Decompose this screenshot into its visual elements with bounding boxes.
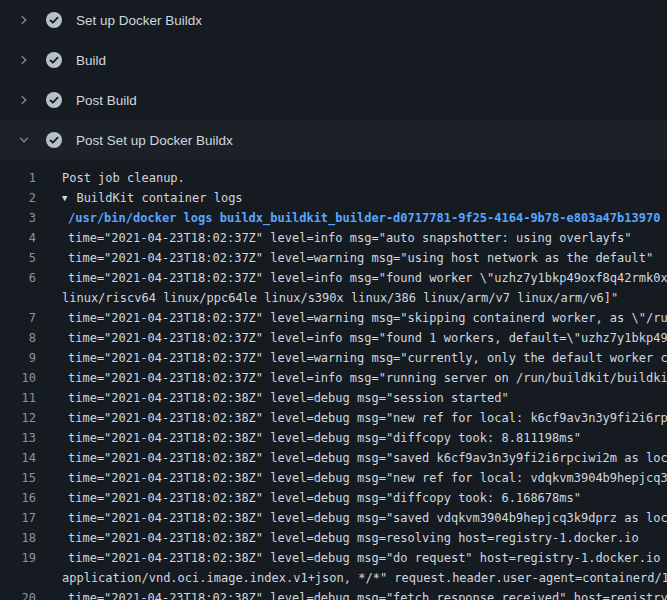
log-text: time="2021-04-23T18:02:38Z" level=debug … bbox=[48, 428, 581, 448]
log-line: 10time="2021-04-23T18:02:37Z" level=info… bbox=[0, 368, 667, 388]
log-line: 16time="2021-04-23T18:02:38Z" level=debu… bbox=[0, 488, 667, 508]
log-group-line[interactable]: 2▼BuildKit container logs bbox=[0, 188, 667, 208]
step-row-post-set-up-docker-buildx[interactable]: Post Set up Docker Buildx bbox=[0, 120, 667, 160]
line-number[interactable]: 5 bbox=[0, 248, 48, 268]
log-text: Post job cleanup. bbox=[48, 168, 185, 188]
log-text: time="2021-04-23T18:02:37Z" level=info m… bbox=[48, 368, 667, 388]
log-line: 19time="2021-04-23T18:02:38Z" level=debu… bbox=[0, 548, 667, 568]
log-text: time="2021-04-23T18:02:38Z" level=debug … bbox=[48, 588, 667, 600]
log-text: time="2021-04-23T18:02:38Z" level=debug … bbox=[48, 528, 639, 548]
log-line: 1Post job cleanup. bbox=[0, 168, 667, 188]
log-line: 12time="2021-04-23T18:02:38Z" level=debu… bbox=[0, 408, 667, 428]
log-line: 5time="2021-04-23T18:02:37Z" level=warni… bbox=[0, 248, 667, 268]
step-row-post-build[interactable]: Post Build bbox=[0, 80, 667, 120]
line-number[interactable]: 4 bbox=[0, 228, 48, 248]
log-line: 4time="2021-04-23T18:02:37Z" level=info … bbox=[0, 228, 667, 248]
line-number[interactable]: 13 bbox=[0, 428, 48, 448]
line-number[interactable]: 12 bbox=[0, 408, 48, 428]
log-group-label: BuildKit container logs bbox=[76, 191, 242, 205]
log-text: time="2021-04-23T18:02:37Z" level=info m… bbox=[48, 328, 667, 348]
log-line: 18time="2021-04-23T18:02:38Z" level=debu… bbox=[0, 528, 667, 548]
log-line: 8time="2021-04-23T18:02:37Z" level=info … bbox=[0, 328, 667, 348]
log-line: 6time="2021-04-23T18:02:37Z" level=info … bbox=[0, 268, 667, 288]
step-label: Set up Docker Buildx bbox=[76, 13, 202, 28]
line-number[interactable]: 10 bbox=[0, 368, 48, 388]
log-line: 3/usr/bin/docker logs buildx_buildkit_bu… bbox=[0, 208, 667, 228]
line-number[interactable]: 20 bbox=[0, 588, 48, 600]
line-number[interactable]: 15 bbox=[0, 468, 48, 488]
step-label: Build bbox=[76, 53, 106, 68]
log-text: time="2021-04-23T18:02:37Z" level=warnin… bbox=[48, 248, 653, 268]
step-label: Post Set up Docker Buildx bbox=[76, 133, 233, 148]
log-line: 11time="2021-04-23T18:02:38Z" level=debu… bbox=[0, 388, 667, 408]
log-text: time="2021-04-23T18:02:38Z" level=debug … bbox=[48, 488, 581, 508]
step-label: Post Build bbox=[76, 93, 137, 108]
log-line: 13time="2021-04-23T18:02:38Z" level=debu… bbox=[0, 428, 667, 448]
line-number[interactable]: 2 bbox=[0, 188, 48, 208]
log-text: time="2021-04-23T18:02:38Z" level=debug … bbox=[48, 408, 667, 428]
line-number[interactable]: 16 bbox=[0, 488, 48, 508]
log-line: 14time="2021-04-23T18:02:38Z" level=debu… bbox=[0, 448, 667, 468]
chevron-right-icon bbox=[16, 14, 32, 26]
step-row-build[interactable]: Build bbox=[0, 40, 667, 80]
log-text: time="2021-04-23T18:02:38Z" level=debug … bbox=[48, 388, 509, 408]
log-text: linux/riscv64 linux/ppc64le linux/s390x … bbox=[48, 288, 618, 308]
line-number[interactable]: 6 bbox=[0, 268, 48, 288]
line-number bbox=[0, 568, 48, 588]
log-line: 20time="2021-04-23T18:02:38Z" level=debu… bbox=[0, 588, 667, 600]
chevron-right-icon bbox=[16, 54, 32, 66]
chevron-down-icon bbox=[16, 134, 32, 146]
line-number[interactable]: 3 bbox=[0, 208, 48, 228]
log-text: application/vnd.oci.image.index.v1+json,… bbox=[48, 568, 667, 588]
log-text: time="2021-04-23T18:02:38Z" level=debug … bbox=[48, 468, 667, 488]
log-line: 7time="2021-04-23T18:02:37Z" level=warni… bbox=[0, 308, 667, 328]
log-text: time="2021-04-23T18:02:37Z" level=info m… bbox=[48, 228, 632, 248]
log-line: application/vnd.oci.image.index.v1+json,… bbox=[0, 568, 667, 588]
line-number[interactable]: 7 bbox=[0, 308, 48, 328]
log-line: 15time="2021-04-23T18:02:38Z" level=debu… bbox=[0, 468, 667, 488]
log-line: 9time="2021-04-23T18:02:37Z" level=warni… bbox=[0, 348, 667, 368]
log-text: time="2021-04-23T18:02:38Z" level=debug … bbox=[48, 508, 667, 528]
line-number[interactable]: 8 bbox=[0, 328, 48, 348]
line-number[interactable]: 11 bbox=[0, 388, 48, 408]
log-command-text: /usr/bin/docker logs buildx_buildkit_bui… bbox=[48, 208, 660, 228]
line-number[interactable]: 14 bbox=[0, 448, 48, 468]
line-number[interactable]: 18 bbox=[0, 528, 48, 548]
line-number[interactable]: 9 bbox=[0, 348, 48, 368]
check-circle-icon bbox=[46, 92, 62, 108]
check-circle-icon bbox=[46, 132, 62, 148]
steps-list: Set up Docker BuildxBuildPost BuildPost … bbox=[0, 0, 667, 160]
log-text[interactable]: ▼BuildKit container logs bbox=[48, 188, 243, 208]
check-circle-icon bbox=[46, 12, 62, 28]
step-row-set-up-docker-buildx[interactable]: Set up Docker Buildx bbox=[0, 0, 667, 40]
line-number[interactable]: 17 bbox=[0, 508, 48, 528]
line-number[interactable]: 19 bbox=[0, 548, 48, 568]
log-text: time="2021-04-23T18:02:37Z" level=info m… bbox=[48, 268, 667, 288]
triangle-down-icon[interactable]: ▼ bbox=[62, 188, 67, 208]
log-text: time="2021-04-23T18:02:37Z" level=warnin… bbox=[48, 308, 667, 328]
line-number[interactable]: 1 bbox=[0, 168, 48, 188]
line-number bbox=[0, 288, 48, 308]
actions-log-viewer: Set up Docker BuildxBuildPost BuildPost … bbox=[0, 0, 667, 600]
log-text: time="2021-04-23T18:02:38Z" level=debug … bbox=[48, 548, 667, 568]
chevron-right-icon bbox=[16, 94, 32, 106]
log-text: time="2021-04-23T18:02:37Z" level=warnin… bbox=[48, 348, 667, 368]
log-area: 1Post job cleanup.2▼BuildKit container l… bbox=[0, 160, 667, 600]
log-line: 17time="2021-04-23T18:02:38Z" level=debu… bbox=[0, 508, 667, 528]
log-text: time="2021-04-23T18:02:38Z" level=debug … bbox=[48, 448, 667, 468]
log-line: linux/riscv64 linux/ppc64le linux/s390x … bbox=[0, 288, 667, 308]
check-circle-icon bbox=[46, 52, 62, 68]
